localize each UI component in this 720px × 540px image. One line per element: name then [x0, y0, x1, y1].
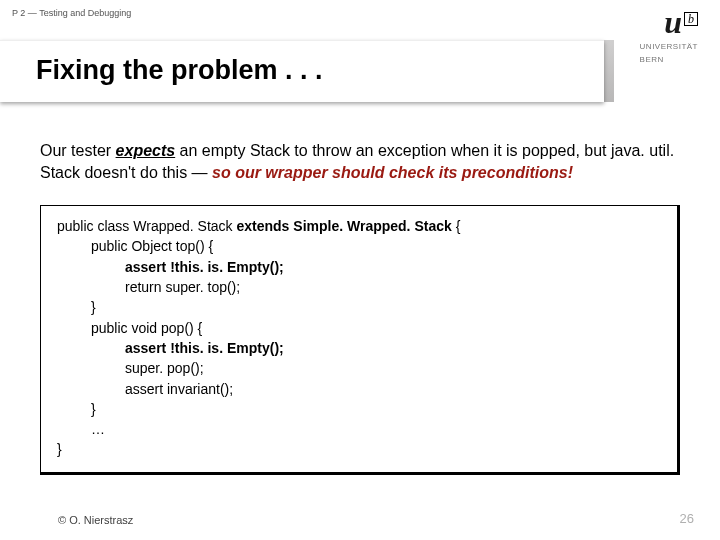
logo-b-box: b: [684, 12, 698, 26]
code-bold: extends Simple. Wrapped. Stack: [237, 218, 452, 234]
page-number: 26: [680, 511, 694, 526]
logo-u-glyph: u: [664, 6, 682, 38]
code-line: assert invariant();: [57, 379, 661, 399]
logo-line2: BERN: [640, 55, 698, 64]
code-line: public Object top() {: [57, 236, 661, 256]
title-bar: Fixing the problem . . .: [0, 40, 604, 102]
logo-line1: UNIVERSITÄT: [640, 42, 698, 51]
code-line: public class Wrapped. Stack extends Simp…: [57, 216, 661, 236]
code-line: public void pop() {: [57, 318, 661, 338]
lead-paragraph: Our tester expects an empty Stack to thr…: [40, 140, 680, 183]
code-line: assert !this. is. Empty();: [57, 257, 661, 277]
code-line: }: [57, 439, 661, 459]
code-line: …: [57, 419, 661, 439]
code-line: }: [57, 297, 661, 317]
code-bold: assert !this. is. Empty();: [125, 340, 284, 356]
lead-part1: Our tester: [40, 142, 116, 159]
copyright: © O. Nierstrasz: [58, 514, 133, 526]
title-decor: [604, 40, 614, 102]
code-line: assert !this. is. Empty();: [57, 338, 661, 358]
page-title: Fixing the problem . . .: [0, 41, 604, 86]
breadcrumb: P 2 — Testing and Debugging: [12, 8, 131, 18]
code-frag: {: [452, 218, 461, 234]
code-bold: assert !this. is. Empty();: [125, 259, 284, 275]
code-line: return super. top();: [57, 277, 661, 297]
slide-content: Our tester expects an empty Stack to thr…: [40, 140, 680, 475]
university-logo: u b UNIVERSITÄT BERN: [640, 6, 698, 64]
lead-tail: so our wrapper should check its precondi…: [212, 164, 573, 181]
code-frag: public class Wrapped. Stack: [57, 218, 237, 234]
code-line: super. pop();: [57, 358, 661, 378]
code-line: }: [57, 399, 661, 419]
code-box: public class Wrapped. Stack extends Simp…: [40, 205, 680, 475]
lead-em: expects: [116, 142, 176, 159]
